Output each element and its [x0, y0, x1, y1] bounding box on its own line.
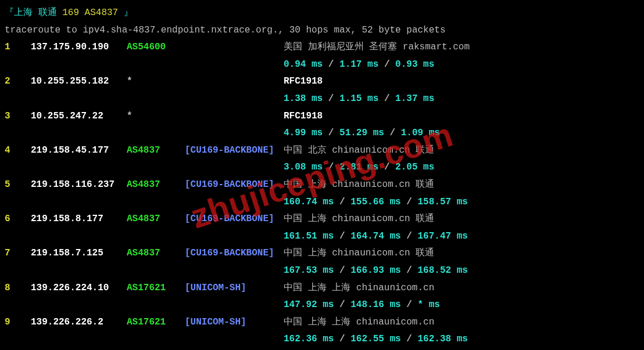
- hop-tag: [CU169-BACKBONE]: [185, 245, 284, 262]
- hop-asn: AS4837: [127, 245, 185, 262]
- hop-ip: 219.158.7.125: [31, 245, 127, 262]
- hop-asn: AS4837: [127, 142, 185, 160]
- slash-icon: /: [406, 231, 412, 241]
- t2: 164.74 ms: [350, 231, 400, 241]
- hop-timing: 162.36 ms / 162.55 ms / 162.38 ms: [284, 331, 639, 348]
- slash-icon: /: [328, 128, 334, 138]
- t1: 162.36 ms: [284, 334, 334, 344]
- t2: 2.81 ms: [339, 162, 378, 172]
- t1: 161.51 ms: [284, 231, 334, 241]
- slash-icon: /: [339, 231, 345, 241]
- hop-number: 5: [5, 176, 31, 194]
- hop-timing: 147.92 ms / 148.16 ms / * ms: [284, 297, 639, 314]
- header-asn: 169 AS4837: [62, 8, 118, 18]
- hop-asn: AS17621: [127, 314, 185, 331]
- header-suffix: 』: [118, 8, 133, 18]
- hop-number: 6: [5, 211, 31, 228]
- hop-row: 8139.226.224.10AS17621[UNICOM-SH]中国 上海 上…: [5, 280, 639, 297]
- hop-timing: 161.51 ms / 164.74 ms / 167.47 ms: [284, 228, 639, 246]
- slash-icon: /: [328, 93, 334, 104]
- t3: 168.52 ms: [418, 265, 468, 276]
- t1: 147.92 ms: [284, 300, 334, 310]
- slash-icon: /: [406, 334, 412, 344]
- hop-tag: [185, 73, 284, 91]
- traceroute-cmd: traceroute to ipv4.sha-4837.endpoint.nxt…: [5, 22, 639, 39]
- hop-number: 1: [5, 39, 31, 56]
- hop-ip: 139.226.226.2: [31, 314, 127, 331]
- slash-icon: /: [406, 197, 412, 207]
- hop-tag: [UNICOM-SH]: [185, 314, 284, 331]
- route-header: 『上海 联通 169 AS4837 』: [5, 5, 639, 22]
- t1: 1.38 ms: [284, 93, 323, 104]
- t2: 155.66 ms: [350, 197, 400, 207]
- slash-icon: /: [339, 197, 345, 207]
- hop-timing: 0.94 ms / 1.17 ms / 0.93 ms: [284, 56, 639, 74]
- hop-tag: [UNICOM-SH]: [185, 280, 284, 297]
- hop-timing: 4.99 ms / 51.29 ms / 1.09 ms: [284, 125, 639, 142]
- t3: 1.09 ms: [401, 128, 440, 138]
- slash-icon: /: [384, 162, 390, 172]
- slash-icon: /: [328, 162, 334, 172]
- hop-row: 4219.158.45.177AS4837[CU169-BACKBONE]中国 …: [5, 142, 639, 160]
- hop-tag: [CU169-BACKBONE]: [185, 176, 284, 194]
- hop-tag: [185, 39, 284, 56]
- slash-icon: /: [339, 300, 345, 310]
- t3: 2.05 ms: [395, 162, 434, 172]
- hop-geo: 中国 上海 chinaunicom.cn 联通: [284, 211, 639, 228]
- hop-number: 7: [5, 245, 31, 262]
- hop-ip: 139.226.224.10: [31, 280, 127, 297]
- slash-icon: /: [384, 93, 390, 104]
- slash-icon: /: [328, 59, 334, 70]
- t3: 162.38 ms: [418, 334, 468, 344]
- hop-timing: 3.08 ms / 2.81 ms / 2.05 ms: [284, 159, 639, 176]
- hop-geo: RFC1918: [284, 73, 639, 91]
- hop-row: 210.255.255.182*RFC1918: [5, 73, 639, 91]
- hop-timing: 167.53 ms / 166.93 ms / 168.52 ms: [284, 262, 639, 280]
- t3: 1.37 ms: [395, 93, 434, 104]
- hop-row: 1137.175.90.190AS54600美国 加利福尼亚州 圣何塞 raks…: [5, 39, 639, 56]
- hop-geo: 中国 上海 chinaunicom.cn 联通: [284, 176, 639, 194]
- t1: 3.08 ms: [284, 162, 323, 172]
- hop-geo: 中国 上海 上海 chinaunicom.cn: [284, 314, 639, 331]
- hop-geo: 美国 加利福尼亚州 圣何塞 raksmart.com: [284, 39, 639, 56]
- hop-ip: 137.175.90.190: [31, 39, 127, 56]
- hop-row: 9139.226.226.2AS17621[UNICOM-SH]中国 上海 上海…: [5, 314, 639, 331]
- t1: 167.53 ms: [284, 265, 334, 276]
- header-prefix: 『上海 联通: [5, 8, 62, 18]
- hop-geo: RFC1918: [284, 108, 639, 125]
- hop-number: 9: [5, 314, 31, 331]
- hop-ip: 10.255.255.182: [31, 73, 127, 91]
- t1: 160.74 ms: [284, 197, 334, 207]
- hop-asn: *: [127, 108, 185, 125]
- slash-icon: /: [406, 265, 412, 276]
- slash-icon: /: [406, 300, 412, 310]
- hop-ip: 219.158.8.177: [31, 211, 127, 228]
- hop-asn: AS4837: [127, 211, 185, 228]
- hop-ip: 10.255.247.22: [31, 108, 127, 125]
- hop-tag: [CU169-BACKBONE]: [185, 211, 284, 228]
- t3: 167.47 ms: [418, 231, 468, 241]
- hop-ip: 219.158.45.177: [31, 142, 127, 160]
- hop-asn: *: [127, 73, 185, 91]
- slash-icon: /: [389, 128, 395, 138]
- hop-number: 4: [5, 142, 31, 160]
- hop-row: 5219.158.116.237AS4837[CU169-BACKBONE]中国…: [5, 176, 639, 194]
- hop-number: 8: [5, 280, 31, 297]
- t2: 1.15 ms: [339, 93, 378, 104]
- slash-icon: /: [339, 265, 345, 276]
- hop-tag: [185, 108, 284, 125]
- hop-number: 3: [5, 108, 31, 125]
- hop-geo: 中国 上海 chinaunicom.cn 联通: [284, 245, 639, 262]
- slash-icon: /: [384, 59, 390, 70]
- hops-container: 1137.175.90.190AS54600美国 加利福尼亚州 圣何塞 raks…: [5, 39, 639, 348]
- hop-asn: AS4837: [127, 176, 185, 194]
- t3: 0.93 ms: [395, 59, 434, 70]
- hop-timing: 1.38 ms / 1.15 ms / 1.37 ms: [284, 91, 639, 108]
- hop-row: 7219.158.7.125AS4837[CU169-BACKBONE]中国 上…: [5, 245, 639, 262]
- t2: 162.55 ms: [350, 334, 400, 344]
- t3: * ms: [418, 300, 440, 310]
- hop-geo: 中国 北京 chinaunicom.cn 联通: [284, 142, 639, 160]
- t1: 4.99 ms: [284, 128, 323, 138]
- t2: 166.93 ms: [350, 265, 400, 276]
- t3: 158.57 ms: [418, 197, 468, 207]
